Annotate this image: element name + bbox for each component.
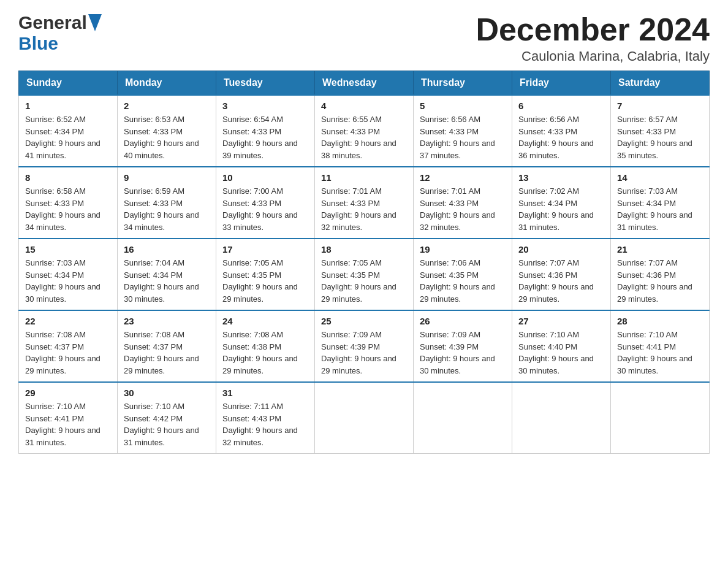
table-row: 23 Sunrise: 7:08 AM Sunset: 4:37 PM Dayl… [118,310,216,382]
table-row: 22 Sunrise: 7:08 AM Sunset: 4:37 PM Dayl… [19,310,118,382]
table-row: 30 Sunrise: 7:10 AM Sunset: 4:42 PM Dayl… [118,382,216,454]
calendar-table: Sunday Monday Tuesday Wednesday Thursday… [18,71,710,454]
table-row: 18 Sunrise: 7:05 AM Sunset: 4:35 PM Dayl… [315,239,414,310]
day-number: 31 [222,388,308,398]
table-row: 29 Sunrise: 7:10 AM Sunset: 4:41 PM Dayl… [19,382,118,454]
day-info: Sunrise: 6:57 AM Sunset: 4:33 PM Dayligh… [617,113,703,161]
day-number: 15 [25,244,111,255]
day-number: 2 [124,101,210,111]
month-title: December 2024 [476,12,710,47]
day-number: 24 [222,316,308,326]
table-row: 16 Sunrise: 7:04 AM Sunset: 4:34 PM Dayl… [118,239,216,310]
day-info: Sunrise: 7:03 AM Sunset: 4:34 PM Dayligh… [25,257,111,305]
day-info: Sunrise: 7:10 AM Sunset: 4:41 PM Dayligh… [617,329,703,377]
calendar-week-row: 1 Sunrise: 6:52 AM Sunset: 4:34 PM Dayli… [19,95,710,167]
table-row [315,382,414,454]
title-area: December 2024 Caulonia Marina, Calabria,… [476,12,710,64]
table-row: 14 Sunrise: 7:03 AM Sunset: 4:34 PM Dayl… [611,167,710,239]
table-row: 26 Sunrise: 7:09 AM Sunset: 4:39 PM Dayl… [414,310,512,382]
day-info: Sunrise: 6:55 AM Sunset: 4:33 PM Dayligh… [321,113,407,161]
table-row [611,382,710,454]
day-number: 14 [617,172,703,183]
day-number: 7 [617,101,703,111]
table-row: 6 Sunrise: 6:56 AM Sunset: 4:33 PM Dayli… [512,95,611,167]
table-row: 19 Sunrise: 7:06 AM Sunset: 4:35 PM Dayl… [414,239,512,310]
table-row: 1 Sunrise: 6:52 AM Sunset: 4:34 PM Dayli… [19,95,118,167]
day-info: Sunrise: 6:59 AM Sunset: 4:33 PM Dayligh… [124,185,210,233]
day-number: 11 [321,172,407,183]
logo-line-2: Blue [18,33,58,54]
table-row: 20 Sunrise: 7:07 AM Sunset: 4:36 PM Dayl… [512,239,611,310]
svg-marker-0 [88,14,102,31]
day-number: 6 [518,101,604,111]
table-row: 10 Sunrise: 7:00 AM Sunset: 4:33 PM Dayl… [216,167,315,239]
day-info: Sunrise: 7:09 AM Sunset: 4:39 PM Dayligh… [321,329,407,377]
calendar-week-row: 22 Sunrise: 7:08 AM Sunset: 4:37 PM Dayl… [19,310,710,382]
table-row: 9 Sunrise: 6:59 AM Sunset: 4:33 PM Dayli… [118,167,216,239]
day-info: Sunrise: 7:01 AM Sunset: 4:33 PM Dayligh… [321,185,407,233]
calendar-week-row: 8 Sunrise: 6:58 AM Sunset: 4:33 PM Dayli… [19,167,710,239]
day-number: 16 [124,244,210,255]
day-info: Sunrise: 7:04 AM Sunset: 4:34 PM Dayligh… [124,257,210,305]
day-number: 12 [420,172,506,183]
day-number: 8 [25,172,111,183]
table-row: 7 Sunrise: 6:57 AM Sunset: 4:33 PM Dayli… [611,95,710,167]
day-info: Sunrise: 7:10 AM Sunset: 4:42 PM Dayligh… [124,400,210,448]
day-number: 1 [25,101,111,111]
day-info: Sunrise: 7:07 AM Sunset: 4:36 PM Dayligh… [617,257,703,305]
col-tuesday: Tuesday [216,71,315,96]
day-info: Sunrise: 7:05 AM Sunset: 4:35 PM Dayligh… [222,257,308,305]
col-friday: Friday [512,71,611,96]
col-thursday: Thursday [414,71,512,96]
table-row: 4 Sunrise: 6:55 AM Sunset: 4:33 PM Dayli… [315,95,414,167]
day-info: Sunrise: 7:11 AM Sunset: 4:43 PM Dayligh… [222,400,308,448]
day-info: Sunrise: 7:09 AM Sunset: 4:39 PM Dayligh… [420,329,506,377]
calendar-header-row: Sunday Monday Tuesday Wednesday Thursday… [19,71,710,96]
day-number: 29 [25,388,111,398]
day-info: Sunrise: 7:05 AM Sunset: 4:35 PM Dayligh… [321,257,407,305]
table-row: 21 Sunrise: 7:07 AM Sunset: 4:36 PM Dayl… [611,239,710,310]
table-row [512,382,611,454]
table-row: 5 Sunrise: 6:56 AM Sunset: 4:33 PM Dayli… [414,95,512,167]
day-number: 30 [124,388,210,398]
day-number: 22 [25,316,111,326]
day-info: Sunrise: 6:58 AM Sunset: 4:33 PM Dayligh… [25,185,111,233]
day-info: Sunrise: 7:01 AM Sunset: 4:33 PM Dayligh… [420,185,506,233]
day-number: 9 [124,172,210,183]
table-row: 8 Sunrise: 6:58 AM Sunset: 4:33 PM Dayli… [19,167,118,239]
col-saturday: Saturday [611,71,710,96]
table-row: 2 Sunrise: 6:53 AM Sunset: 4:33 PM Dayli… [118,95,216,167]
logo: General Blue [18,12,102,54]
day-info: Sunrise: 6:56 AM Sunset: 4:33 PM Dayligh… [518,113,604,161]
col-monday: Monday [118,71,216,96]
calendar-week-row: 29 Sunrise: 7:10 AM Sunset: 4:41 PM Dayl… [19,382,710,454]
table-row: 15 Sunrise: 7:03 AM Sunset: 4:34 PM Dayl… [19,239,118,310]
day-number: 19 [420,244,506,255]
table-row: 12 Sunrise: 7:01 AM Sunset: 4:33 PM Dayl… [414,167,512,239]
day-info: Sunrise: 7:00 AM Sunset: 4:33 PM Dayligh… [222,185,308,233]
day-number: 4 [321,101,407,111]
day-info: Sunrise: 7:08 AM Sunset: 4:37 PM Dayligh… [25,329,111,377]
day-info: Sunrise: 7:06 AM Sunset: 4:35 PM Dayligh… [420,257,506,305]
page-header: General Blue December 2024 Caulonia Mari… [18,12,710,64]
day-number: 18 [321,244,407,255]
logo-arrow-icon [88,14,102,31]
day-info: Sunrise: 7:10 AM Sunset: 4:41 PM Dayligh… [25,400,111,448]
day-info: Sunrise: 7:03 AM Sunset: 4:34 PM Dayligh… [617,185,703,233]
day-info: Sunrise: 7:07 AM Sunset: 4:36 PM Dayligh… [518,257,604,305]
table-row: 13 Sunrise: 7:02 AM Sunset: 4:34 PM Dayl… [512,167,611,239]
day-number: 21 [617,244,703,255]
day-number: 20 [518,244,604,255]
table-row: 25 Sunrise: 7:09 AM Sunset: 4:39 PM Dayl… [315,310,414,382]
location-subtitle: Caulonia Marina, Calabria, Italy [476,48,710,64]
col-wednesday: Wednesday [315,71,414,96]
day-number: 25 [321,316,407,326]
day-number: 5 [420,101,506,111]
day-info: Sunrise: 6:54 AM Sunset: 4:33 PM Dayligh… [222,113,308,161]
table-row [414,382,512,454]
col-sunday: Sunday [19,71,118,96]
logo-general-text: General [18,12,87,33]
table-row: 31 Sunrise: 7:11 AM Sunset: 4:43 PM Dayl… [216,382,315,454]
day-number: 27 [518,316,604,326]
day-info: Sunrise: 7:02 AM Sunset: 4:34 PM Dayligh… [518,185,604,233]
